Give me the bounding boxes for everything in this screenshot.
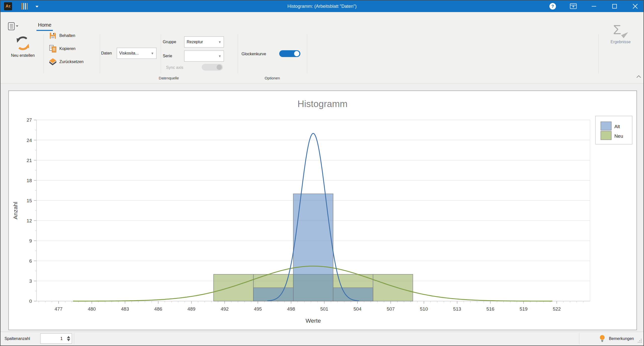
maximize-button[interactable] — [611, 3, 618, 10]
zuruecksetzen-button[interactable]: Zurücksetzen — [49, 58, 84, 66]
serie-combobox[interactable]: ▼ — [184, 51, 224, 62]
collapse-ribbon-button[interactable] — [570, 3, 577, 10]
ribbon-separator — [100, 34, 100, 73]
histogram-bar-alt — [253, 288, 293, 301]
y-tick-label: 15 — [27, 198, 32, 203]
panel-up-icon — [570, 3, 577, 9]
help-button[interactable]: ? — [549, 3, 556, 10]
bemerkungen-button[interactable]: Bemerkungen — [599, 332, 634, 345]
statusbar-separator — [579, 333, 579, 344]
window-title: Histogramm: (Arbeitsblatt "Daten") — [1, 1, 643, 12]
ergebnisse-button[interactable]: Σ Ergebnisse — [602, 22, 639, 44]
x-tick-label: 495 — [254, 306, 262, 312]
glockenkurve-toggle[interactable] — [279, 50, 300, 57]
toggle-knob — [294, 51, 299, 56]
neu-erstellen-label: Neu erstellen — [4, 53, 42, 58]
legend-label-alt: Alt — [614, 124, 620, 129]
x-tick-label: 483 — [121, 306, 129, 312]
y-tick-label: 0 — [29, 299, 32, 304]
chevron-up-icon — [636, 75, 641, 78]
ribbon-separator — [598, 34, 599, 73]
group-label-datenquelle: Datenquelle — [100, 76, 238, 80]
ribbon-separator — [161, 34, 161, 73]
tab-home[interactable]: Home — [36, 22, 53, 31]
resize-grip[interactable] — [637, 338, 642, 344]
spaltenanzahl-label: Spaltenanzahl — [5, 332, 30, 345]
close-button[interactable] — [631, 3, 639, 10]
spaltenanzahl-stepper[interactable]: 1 — [40, 333, 72, 344]
lightbulb-icon — [599, 335, 605, 343]
group-label-optionen: Optionen — [238, 76, 307, 80]
x-tick-label: 510 — [420, 306, 428, 312]
zuruecksetzen-label: Zurücksetzen — [59, 60, 84, 64]
y-tick-label: 18 — [27, 178, 32, 183]
document-menu-icon — [8, 22, 20, 31]
kopieren-label: Kopieren — [59, 46, 75, 51]
minimize-button[interactable] — [590, 3, 598, 10]
x-tick-label: 489 — [187, 306, 195, 312]
y-tick-label: 3 — [29, 278, 32, 284]
y-tick-label: 21 — [27, 158, 32, 163]
chart-card: 4774804834864894924954985015045075105135… — [8, 90, 637, 330]
copy-icon — [49, 45, 57, 53]
behalten-label: Behalten — [59, 33, 75, 38]
ergebnisse-label: Ergebnisse — [602, 40, 639, 44]
ribbon-separator — [44, 34, 44, 73]
refresh-icon — [15, 36, 31, 51]
x-tick-label: 504 — [353, 306, 361, 312]
statusbar: Spaltenanzahl 1 Bemerkungen — [1, 332, 643, 345]
histogram-bar-neu — [214, 274, 253, 301]
ribbon-separator — [238, 34, 238, 73]
sync-axis-label: Sync axis — [166, 65, 183, 70]
svg-text:Σ: Σ — [613, 22, 621, 37]
histogram-bar-neu — [373, 274, 413, 301]
y-tick-label: 24 — [27, 138, 32, 143]
save-icon — [49, 32, 57, 40]
titlebar: Aτ Histogramm: (Arbeitsblatt "Daten") ? — [1, 1, 643, 12]
chevron-down-icon: ▼ — [218, 54, 224, 58]
serie-label: Serie — [163, 54, 172, 58]
daten-combobox[interactable]: Viskosita... ▼ — [117, 48, 156, 59]
minimize-icon — [591, 4, 596, 9]
ribbon: Home Neu erstellen Behalten — [1, 12, 643, 84]
spinner-up-icon[interactable] — [67, 336, 70, 338]
glockenkurve-label: Glockenkurve — [242, 52, 266, 56]
y-tick-label: 6 — [29, 258, 32, 264]
x-axis-title: Werte — [306, 317, 321, 324]
kopieren-button[interactable]: Kopieren — [49, 45, 75, 53]
eraser-icon — [49, 58, 57, 66]
y-tick-label: 12 — [27, 218, 32, 223]
x-tick-label: 516 — [486, 306, 494, 312]
gruppe-combobox[interactable]: Rezeptur ▼ — [184, 36, 224, 47]
window-controls: ? — [549, 1, 639, 12]
daten-label: Daten — [101, 51, 112, 56]
x-tick-label: 501 — [320, 306, 328, 312]
statusbar-separator — [74, 333, 74, 344]
spaltenanzahl-value: 1 — [41, 336, 65, 341]
ribbon-separator — [307, 34, 307, 73]
x-tick-label: 522 — [553, 306, 561, 312]
sigma-results-icon: Σ — [611, 22, 630, 39]
y-tick-label: 27 — [27, 118, 32, 123]
x-tick-label: 492 — [221, 306, 229, 312]
x-tick-label: 498 — [287, 306, 295, 312]
behalten-button[interactable]: Behalten — [49, 32, 75, 40]
document-area: 4774804834864894924954985015045075105135… — [1, 84, 643, 332]
bemerkungen-label: Bemerkungen — [609, 336, 634, 341]
sync-axis-toggle[interactable] — [202, 64, 223, 71]
histogram-chart: 4774804834864894924954985015045075105135… — [9, 91, 636, 330]
neu-erstellen-button[interactable]: Neu erstellen — [4, 36, 42, 58]
help-icon: ? — [549, 3, 556, 10]
file-menu-button[interactable] — [8, 22, 20, 32]
x-tick-label: 513 — [453, 306, 461, 312]
x-tick-label: 477 — [55, 306, 63, 312]
app-window: Aτ Histogramm: (Arbeitsblatt "Daten") ? — [0, 0, 644, 346]
maximize-icon — [612, 4, 617, 9]
x-tick-label: 486 — [154, 306, 162, 312]
x-tick-label: 519 — [519, 306, 528, 312]
ribbon-collapse-button[interactable] — [636, 74, 641, 79]
svg-text:?: ? — [551, 4, 554, 9]
spinner-down-icon[interactable] — [67, 339, 70, 341]
close-icon — [632, 4, 638, 9]
chevron-down-icon: ▼ — [218, 40, 224, 44]
